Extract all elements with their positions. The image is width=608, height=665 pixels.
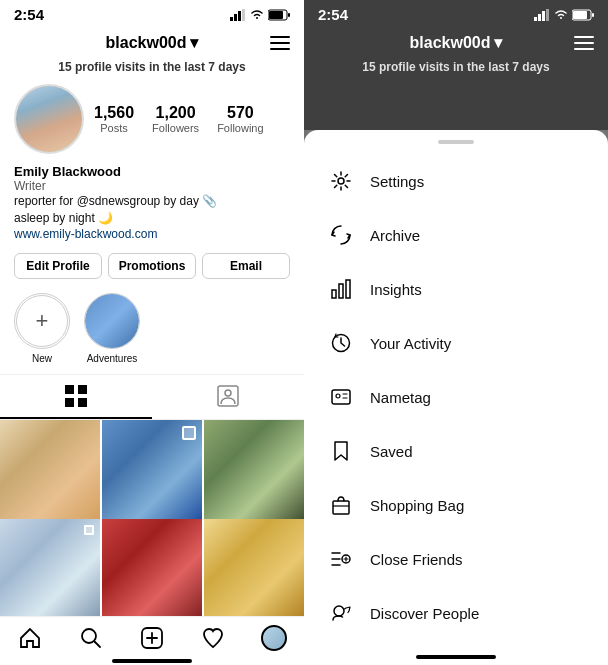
status-icons xyxy=(230,9,290,21)
highlight-adventures[interactable]: Adventures xyxy=(84,293,140,364)
menu-item-activity[interactable]: Your Activity xyxy=(304,316,608,370)
email-button[interactable]: Email xyxy=(202,253,290,279)
photo-cell-4[interactable] xyxy=(0,519,100,616)
bio-name: Emily Blackwood xyxy=(14,164,290,179)
edit-profile-button[interactable]: Edit Profile xyxy=(14,253,102,279)
photo-cell-3[interactable] xyxy=(204,420,304,520)
heart-icon xyxy=(201,626,225,650)
bio-line2: asleep by night 🌙 xyxy=(14,210,290,227)
action-buttons: Edit Profile Promotions Email xyxy=(0,249,304,289)
search-icon xyxy=(79,626,103,650)
nav-avatar xyxy=(261,625,287,651)
bio-link[interactable]: www.emily-blackwood.com xyxy=(14,227,290,241)
saved-label: Saved xyxy=(370,443,413,460)
svg-rect-40 xyxy=(333,501,349,514)
add-highlight-icon: + xyxy=(16,295,68,347)
right-username-button[interactable]: blackw00d ▾ xyxy=(410,33,503,52)
svg-rect-0 xyxy=(230,17,233,21)
photo-cell-5[interactable] xyxy=(102,519,202,616)
menu-handle xyxy=(438,140,474,144)
posts-count: 1,560 xyxy=(94,104,134,122)
svg-rect-29 xyxy=(574,42,594,44)
highlights-row: + New Adventures xyxy=(0,289,304,374)
discover-icon xyxy=(328,600,354,626)
stat-posts: 1,560 Posts xyxy=(94,104,134,134)
status-bar: 2:54 xyxy=(0,0,304,27)
svg-rect-11 xyxy=(78,385,87,394)
photo-cell-6[interactable] xyxy=(204,519,304,616)
promotions-button[interactable]: Promotions xyxy=(108,253,196,279)
svg-line-17 xyxy=(95,642,101,648)
right-signal-icon xyxy=(534,9,550,21)
following-label: Following xyxy=(217,122,263,134)
add-icon xyxy=(140,626,164,650)
new-highlight-circle: + xyxy=(14,293,70,349)
activity-icon xyxy=(328,330,354,356)
shopping-label: Shopping Bag xyxy=(370,497,464,514)
top-nav: blackw00d ▾ xyxy=(0,27,304,58)
menu-item-facebook[interactable]: Open Facebook xyxy=(304,640,608,651)
right-hamburger-button[interactable] xyxy=(574,36,594,50)
photo-cell-1[interactable] xyxy=(0,420,100,520)
username-button[interactable]: blackw00d ▾ xyxy=(106,33,199,52)
menu-icon xyxy=(270,36,290,50)
bio-line1: reporter for @sdnewsgroup by day 📎 xyxy=(14,193,290,210)
new-highlight-label: New xyxy=(32,353,52,364)
menu-items-list: Settings Archive xyxy=(304,150,608,651)
nav-add[interactable] xyxy=(122,625,183,651)
menu-item-friends[interactable]: Close Friends xyxy=(304,532,608,586)
hamburger-button[interactable] xyxy=(270,36,290,50)
avatar xyxy=(14,84,84,154)
tab-grid[interactable] xyxy=(0,375,152,419)
tab-tagged[interactable] xyxy=(152,375,304,419)
svg-rect-7 xyxy=(270,36,290,38)
insights-label: Insights xyxy=(370,281,422,298)
person-tag-icon xyxy=(217,385,239,407)
profile-visits: 15 profile visits in the last 7 days xyxy=(0,58,304,80)
wifi-icon xyxy=(250,9,264,20)
adventures-highlight-label: Adventures xyxy=(87,353,138,364)
bottom-indicator-left xyxy=(112,659,192,663)
menu-item-shopping[interactable]: Shopping Bag xyxy=(304,478,608,532)
svg-rect-32 xyxy=(332,290,336,298)
svg-rect-23 xyxy=(542,11,545,21)
menu-item-settings[interactable]: Settings xyxy=(304,154,608,208)
menu-item-insights[interactable]: Insights xyxy=(304,262,608,316)
svg-rect-34 xyxy=(346,280,350,298)
svg-rect-6 xyxy=(288,13,290,17)
nav-home[interactable] xyxy=(0,625,61,651)
friends-label: Close Friends xyxy=(370,551,463,568)
grid-tabs xyxy=(0,374,304,420)
chevron-down-icon: ▾ xyxy=(190,33,198,52)
highlight-new[interactable]: + New xyxy=(14,293,70,364)
shopping-icon xyxy=(328,492,354,518)
stats-row: 1,560 Posts 1,200 Followers 570 Followin… xyxy=(94,104,290,134)
svg-rect-5 xyxy=(269,11,283,19)
grid-icon xyxy=(65,385,87,407)
archive-icon xyxy=(328,222,354,248)
followers-count: 1,200 xyxy=(156,104,196,122)
nav-search[interactable] xyxy=(61,625,122,651)
stat-followers[interactable]: 1,200 Followers xyxy=(152,104,199,134)
adventures-highlight-circle xyxy=(84,293,140,349)
right-battery-icon xyxy=(572,9,594,21)
bottom-indicator-right xyxy=(416,655,496,659)
menu-item-archive[interactable]: Archive xyxy=(304,208,608,262)
right-menu-icon xyxy=(574,36,594,50)
posts-label: Posts xyxy=(100,122,128,134)
svg-rect-12 xyxy=(65,398,74,407)
visits-text: profile visits in the last 7 days xyxy=(75,60,246,74)
right-wifi-icon xyxy=(554,9,568,20)
menu-item-saved[interactable]: Saved xyxy=(304,424,608,478)
right-panel: 2:54 xyxy=(304,0,608,665)
svg-rect-30 xyxy=(574,48,594,50)
friends-icon xyxy=(328,546,354,572)
nav-profile[interactable] xyxy=(243,625,304,651)
stat-following[interactable]: 570 Following xyxy=(217,104,263,134)
photo-cell-2[interactable] xyxy=(102,420,202,520)
right-chevron-icon: ▾ xyxy=(494,33,502,52)
svg-rect-13 xyxy=(78,398,87,407)
menu-item-nametag[interactable]: Nametag xyxy=(304,370,608,424)
menu-item-discover[interactable]: Discover People xyxy=(304,586,608,640)
nav-heart[interactable] xyxy=(182,625,243,651)
